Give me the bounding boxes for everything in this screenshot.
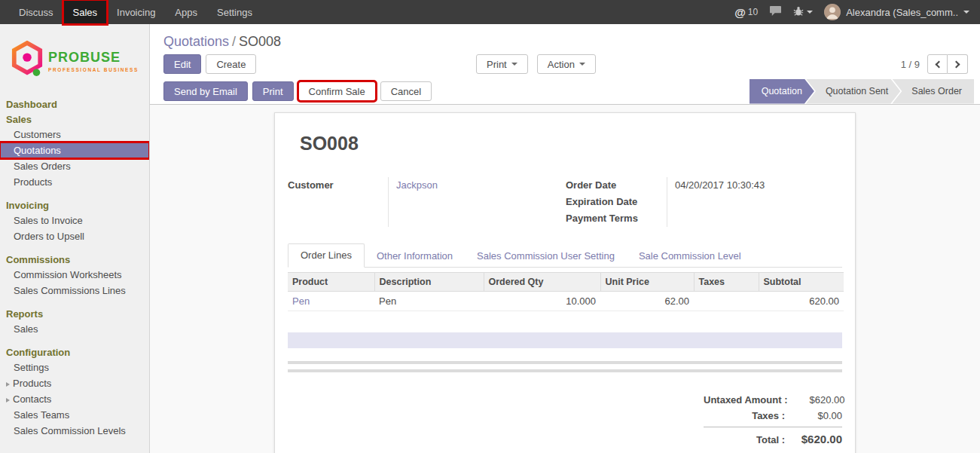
sidebar-item-products[interactable]: Products (0, 174, 149, 190)
table-header-row: Product Description Ordered Qty Unit Pri… (288, 273, 844, 292)
create-button[interactable]: Create (206, 54, 256, 74)
confirm-sale-button[interactable]: Confirm Sale (298, 81, 376, 101)
sidebar-item-sales-orders[interactable]: Sales Orders (0, 158, 149, 174)
taxes-label: Taxes : (704, 410, 792, 421)
chevron-down-icon (511, 63, 517, 66)
menu-sales[interactable]: Sales (63, 0, 108, 24)
sidebar-item-sales-to-invoice[interactable]: Sales to Invoice (0, 213, 149, 228)
cancel-button[interactable]: Cancel (380, 81, 432, 101)
col-ordered-qty[interactable]: Ordered Qty (484, 273, 600, 292)
activities-button[interactable]: @ 10 (734, 6, 758, 19)
sidebar-heading-configuration[interactable]: Configuration (0, 345, 149, 360)
sidebar-item-sales-teams[interactable]: Sales Teams (0, 407, 149, 423)
col-unit-price[interactable]: Unit Price (600, 273, 694, 292)
top-menu-group: Discuss Sales Invoicing Apps Settings (0, 0, 262, 24)
print-dropdown-button[interactable]: Print (476, 54, 528, 74)
customer-value-link[interactable]: Jackpson (396, 177, 566, 194)
breadcrumb-row: Quotations/SO008 (150, 24, 980, 50)
status-pipeline: Quotation Quotation Sent Sales Order (750, 79, 974, 104)
app-logo[interactable]: PROBUSE PROFESSIONAL BUSINESS (0, 24, 149, 96)
sidebar-item-sales-commissions-lines[interactable]: Sales Commissions Lines (0, 283, 149, 298)
total-label: Total : (704, 434, 792, 445)
user-menu[interactable]: Alexandra (Sales_comm.. (824, 4, 969, 20)
print-dropdown-label: Print (487, 59, 507, 70)
document-sheet: SO008 Customer Jackpson Order Date E (274, 112, 856, 453)
untaxed-amount-row: Untaxed Amount : $620.00 (704, 392, 842, 408)
payment-terms-label: Payment Terms (566, 210, 667, 227)
order-lines-empty-row (288, 332, 842, 348)
sidebar-heading-dashboard[interactable]: Dashboard (0, 97, 149, 112)
untaxed-amount-value: $620.00 (795, 394, 844, 406)
pager-buttons (927, 54, 968, 74)
menu-discuss[interactable]: Discuss (9, 0, 63, 24)
top-navbar: Discuss Sales Invoicing Apps Settings @ … (0, 0, 980, 24)
sidebar-item-commission-worksheets[interactable]: Commission Worksheets (0, 267, 149, 283)
chevron-left-icon (935, 60, 942, 68)
chevron-down-icon (963, 11, 969, 14)
content-area: Quotations/SO008 Edit Create Print Actio… (150, 24, 980, 453)
tab-order-lines[interactable]: Order Lines (288, 243, 365, 268)
status-step-quotation-sent[interactable]: Quotation Sent (806, 79, 900, 104)
chevron-down-icon (579, 63, 585, 66)
sidebar-heading-sales[interactable]: Sales (0, 112, 149, 127)
top-right-group: @ 10 Alexandra (Sales_comm.. (734, 0, 980, 24)
col-product[interactable]: Product (288, 273, 374, 292)
tab-other-information[interactable]: Other Information (365, 245, 465, 268)
separator-line (288, 361, 842, 364)
activities-count: 10 (748, 7, 758, 17)
cell-subtotal: 620.00 (759, 292, 844, 311)
sidebar-heading-reports[interactable]: Reports (0, 307, 149, 321)
sidebar-item-reports-sales[interactable]: Sales (0, 321, 149, 337)
edit-button[interactable]: Edit (163, 54, 201, 74)
breadcrumb-current: SO008 (239, 34, 281, 49)
tab-sale-commission-level[interactable]: Sale Commission Level (627, 245, 753, 268)
sidebar-item-label: Contacts (13, 393, 51, 405)
logo-title: PROBUSE (48, 50, 139, 66)
action-dropdown-button[interactable]: Action (537, 54, 596, 74)
menu-invoicing[interactable]: Invoicing (107, 0, 165, 24)
chevron-right-icon (953, 60, 960, 68)
table-row[interactable]: Pen Pen 10.000 62.00 620.00 (288, 292, 844, 311)
cell-ordered-qty: 10.000 (484, 292, 600, 311)
bug-icon (793, 6, 804, 19)
total-value: $620.00 (792, 433, 842, 445)
pager: 1 / 9 (901, 54, 968, 74)
taxes-value: $0.00 (792, 410, 842, 421)
pager-next-button[interactable] (948, 54, 968, 74)
expand-arrow-icon (6, 382, 10, 387)
print-button[interactable]: Print (252, 81, 294, 101)
sidebar-item-customers[interactable]: Customers (0, 127, 149, 142)
breadcrumb-parent-link[interactable]: Quotations (163, 34, 229, 49)
col-taxes[interactable]: Taxes (694, 273, 759, 292)
sidebar-heading-invoicing[interactable]: Invoicing (0, 198, 149, 213)
chat-bubble-icon (769, 5, 782, 19)
menu-apps[interactable]: Apps (165, 0, 207, 24)
messages-button[interactable] (769, 5, 782, 19)
form-view: SO008 Customer Jackpson Order Date E (150, 105, 980, 453)
sidebar-item-config-products[interactable]: Products (0, 375, 149, 391)
send-by-email-button[interactable]: Send by Email (163, 81, 248, 101)
sidebar-item-settings[interactable]: Settings (0, 360, 149, 375)
menu-settings[interactable]: Settings (207, 0, 262, 24)
sidebar-item-orders-to-upsell[interactable]: Orders to Upsell (0, 228, 149, 244)
tab-sales-commission-user-setting[interactable]: Sales Commission User Setting (465, 245, 627, 268)
status-step-quotation[interactable]: Quotation (750, 79, 814, 104)
cell-product[interactable]: Pen (288, 292, 374, 311)
record-title: SO008 (300, 133, 842, 155)
status-step-sales-order[interactable]: Sales Order (892, 79, 974, 104)
expand-arrow-icon (6, 398, 10, 402)
order-date-label: Order Date (566, 177, 667, 194)
col-subtotal[interactable]: Subtotal (759, 273, 844, 292)
sidebar-nav: Dashboard Sales Customers Quotations Sal… (0, 97, 149, 439)
pager-previous-button[interactable] (927, 54, 948, 74)
main-layout: PROBUSE PROFESSIONAL BUSINESS Dashboard … (0, 24, 980, 453)
action-dropdown-label: Action (548, 59, 575, 70)
debug-menu-button[interactable] (793, 6, 813, 19)
header-fields: Customer Jackpson Order Date Expiration … (288, 177, 842, 227)
untaxed-amount-label: Untaxed Amount : (704, 394, 795, 406)
sidebar-item-quotations[interactable]: Quotations (0, 142, 149, 158)
sidebar-item-config-contacts[interactable]: Contacts (0, 391, 149, 407)
col-description[interactable]: Description (374, 273, 484, 292)
sidebar-heading-commissions[interactable]: Commissions (0, 253, 149, 267)
sidebar-item-sales-commission-levels[interactable]: Sales Commission Levels (0, 423, 149, 439)
